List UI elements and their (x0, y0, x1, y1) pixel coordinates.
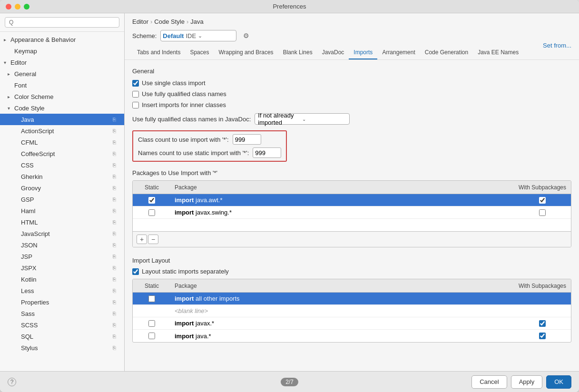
packages-row2-static-checkbox[interactable] (148, 209, 155, 216)
sidebar-item-java[interactable]: Java⎘ (0, 114, 124, 125)
tab-spaces[interactable]: Spaces (185, 46, 214, 59)
sidebar-item-appearance[interactable]: ▸Appearance & Behavior (0, 34, 124, 45)
sidebar-label-less: Less (21, 287, 112, 294)
layout-row4-static-checkbox[interactable] (148, 333, 155, 339)
sidebar-item-gsp[interactable]: GSP⎘ (0, 194, 124, 205)
sidebar-item-kotlin[interactable]: Kotlin⎘ (0, 274, 124, 285)
close-button[interactable] (6, 4, 11, 10)
packages-add-button[interactable]: + (137, 235, 147, 244)
packages-row1-static-checkbox[interactable] (148, 197, 155, 204)
packages-row2-static (133, 209, 171, 216)
tab-imports[interactable]: Imports (349, 46, 377, 59)
tab-java_ee[interactable]: Java EE Names (473, 46, 523, 59)
sidebar-item-html[interactable]: HTML⎘ (0, 216, 124, 228)
sidebar-item-groovy[interactable]: Groovy⎘ (0, 182, 124, 194)
names-count-label: Names count to use static import with '*… (138, 149, 249, 157)
sidebar-item-properties[interactable]: Properties⎘ (0, 296, 124, 308)
bottom-buttons: Cancel Apply OK (471, 375, 571, 389)
sidebar-item-less[interactable]: Less⎘ (0, 285, 124, 296)
search-input[interactable] (5, 17, 119, 28)
sidebar-copy-icon-stylus: ⎘ (113, 345, 120, 351)
sidebar-item-sass[interactable]: Sass⎘ (0, 308, 124, 319)
insert-imports-row: Insert imports for inner classes (132, 101, 571, 108)
apply-button[interactable]: Apply (511, 375, 543, 389)
ok-button[interactable]: OK (546, 375, 571, 389)
sidebar-item-general[interactable]: ▸General (0, 68, 124, 79)
insert-imports-checkbox[interactable] (132, 102, 139, 108)
sidebar-label-css: CSS (21, 162, 112, 169)
page-indicator: 2/7 (281, 378, 298, 386)
tab-javadoc[interactable]: JavaDoc (317, 46, 349, 59)
packages-table-actions: + − (133, 231, 571, 247)
sidebar-item-jspx[interactable]: JSPX⎘ (0, 262, 124, 274)
traffic-lights (6, 4, 29, 10)
sidebar-label-stylus: Stylus (21, 344, 112, 352)
sidebar-item-actionscript[interactable]: ActionScript⎘ (0, 125, 124, 137)
sidebar-label-scss: SCSS (21, 322, 112, 329)
bottom-bar: ? 2/7 Cancel Apply OK (0, 371, 579, 392)
layout-row-3[interactable]: import javax.* (133, 317, 571, 330)
sidebar-item-json[interactable]: JSON⎘ (0, 239, 124, 251)
sidebar-item-css[interactable]: CSS⎘ (0, 159, 124, 171)
names-count-input[interactable] (253, 147, 281, 158)
layout-row1-static-checkbox[interactable] (148, 295, 155, 302)
tab-wrapping[interactable]: Wrapping and Braces (214, 46, 278, 59)
sidebar-label-jsp: JSP (21, 253, 112, 260)
sidebar-arrow-general: ▸ (8, 71, 14, 77)
sidebar-item-color_scheme[interactable]: ▸Color Scheme (0, 91, 124, 102)
layout-row-1[interactable]: import all other imports (133, 293, 571, 305)
insert-imports-label: Insert imports for inner classes (142, 101, 226, 108)
sidebar-item-scss[interactable]: SCSS⎘ (0, 319, 124, 331)
sidebar-item-font[interactable]: Font (0, 79, 124, 91)
use-single-class-label: Use single class import (142, 79, 206, 87)
sidebar-label-editor: Editor (10, 59, 120, 66)
scheme-select[interactable]: Default IDE ⌄ (160, 30, 236, 41)
sidebar-item-editor[interactable]: ▾Editor (0, 57, 124, 68)
packages-remove-button[interactable]: − (148, 235, 158, 244)
layout-row-2[interactable]: <blank line> (133, 305, 571, 317)
use-fully-qualified-checkbox[interactable] (132, 91, 139, 98)
tab-blank_lines[interactable]: Blank Lines (278, 46, 317, 59)
set-from-link[interactable]: Set from... (543, 42, 571, 49)
maximize-button[interactable] (24, 4, 29, 10)
sidebar-item-cfml[interactable]: CFML⎘ (0, 137, 124, 148)
sidebar-label-sql: SQL (21, 333, 112, 340)
packages-row1-package: import java.awt.* (171, 196, 514, 204)
javadoc-select[interactable]: If not already imported ⌄ (255, 113, 350, 125)
use-single-class-row: Use single class import (132, 79, 571, 87)
sidebar-item-sql[interactable]: SQL⎘ (0, 331, 124, 342)
use-single-class-checkbox[interactable] (132, 80, 139, 87)
sidebar-item-keymap[interactable]: Keymap (0, 45, 124, 57)
packages-row-2[interactable]: import javax.swing.* (133, 206, 571, 219)
help-button[interactable]: ? (8, 378, 16, 386)
import-layout-title: Import Layout (132, 257, 571, 264)
tab-code_generation[interactable]: Code Generation (420, 46, 473, 59)
sidebar-item-haml[interactable]: Haml⎘ (0, 205, 124, 216)
sidebar-item-gherkin[interactable]: Gherkin⎘ (0, 171, 124, 182)
scheme-gear-icon[interactable]: ⚙ (243, 32, 249, 39)
sidebar-copy-icon-sass: ⎘ (113, 311, 120, 316)
packages-row2-sub-checkbox[interactable] (539, 209, 546, 216)
sidebar-label-gsp: GSP (21, 196, 112, 203)
sidebar-item-stylus[interactable]: Stylus⎘ (0, 342, 124, 353)
tab-tabs_indents[interactable]: Tabs and Indents (132, 46, 185, 59)
sidebar-item-coffeescript[interactable]: CoffeeScript⎘ (0, 148, 124, 159)
minimize-button[interactable] (15, 4, 20, 10)
content-header: Editor › Code Style › Java Scheme: Defau… (125, 13, 579, 60)
sidebar-item-code_style[interactable]: ▾Code Style (0, 102, 124, 114)
cancel-button[interactable]: Cancel (471, 375, 507, 389)
packages-title: Packages to Use Import with '*' (132, 169, 571, 176)
layout-static-checkbox[interactable] (132, 268, 139, 275)
sidebar-item-jsp[interactable]: JSP⎘ (0, 251, 124, 262)
layout-row4-sub-checkbox[interactable] (539, 333, 546, 339)
layout-row3-sub-checkbox[interactable] (539, 320, 546, 327)
sidebar-item-javascript[interactable]: JavaScript⎘ (0, 228, 124, 239)
packages-row1-sub-checkbox[interactable] (539, 197, 546, 204)
sidebar-search-container (0, 13, 124, 32)
packages-row-1[interactable]: import java.awt.* (133, 194, 571, 206)
sidebar-arrow-editor: ▾ (4, 60, 10, 65)
layout-row-4[interactable]: import java.* (133, 330, 571, 342)
layout-row3-static-checkbox[interactable] (148, 320, 155, 327)
class-count-input[interactable] (233, 134, 261, 145)
tab-arrangement[interactable]: Arrangement (377, 46, 420, 59)
